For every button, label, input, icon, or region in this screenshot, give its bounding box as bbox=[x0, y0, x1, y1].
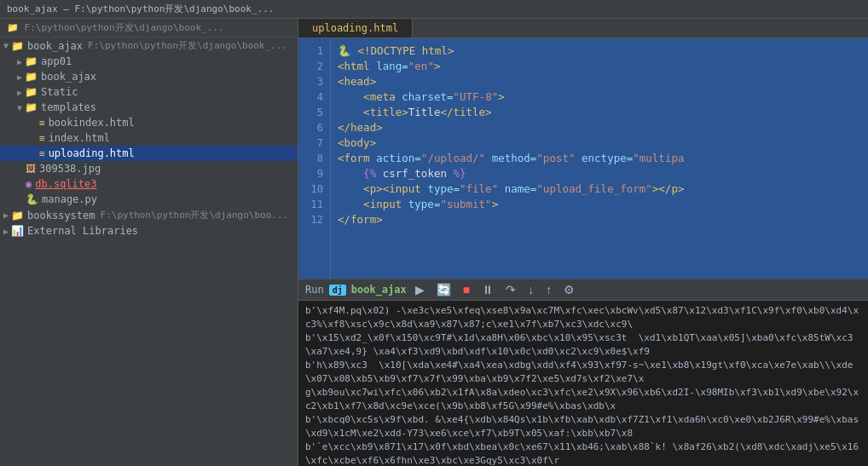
folder-icon: 📁 bbox=[25, 101, 38, 113]
reload-button[interactable]: 🔄 bbox=[433, 281, 454, 298]
tab-uploading-html[interactable]: uploading.html bbox=[298, 19, 413, 37]
sidebar-path-label: F:\python\python开发\django\book_... bbox=[88, 39, 287, 52]
sidebar-item-app01[interactable]: ▶ 📁 app01 bbox=[0, 54, 298, 69]
log-line-4: g\xb9ou\xc7wi\xfc\x06\xb2\x1fA\x8a\xdeo\… bbox=[305, 386, 861, 413]
code-line-12: </form> bbox=[338, 212, 861, 227]
sidebar-label: db.sqlite3 bbox=[35, 178, 96, 190]
sidebar-item-uploading-html[interactable]: ≡ uploading.html bbox=[0, 146, 298, 161]
line-num-1: 1 bbox=[298, 43, 330, 59]
html-file-icon: ≡ bbox=[39, 118, 45, 129]
sidebar-item-templates[interactable]: ▼ 📁 templates bbox=[0, 100, 298, 115]
run-label: Run bbox=[305, 284, 324, 296]
image-file-icon: 🖼 bbox=[26, 163, 36, 175]
line-num-8: 8 bbox=[298, 151, 330, 166]
sidebar-label: External Libraries bbox=[27, 225, 138, 237]
line-num-10: 10 bbox=[298, 181, 330, 197]
line-num-3: 3 bbox=[298, 74, 330, 89]
line-num-2: 2 bbox=[298, 59, 330, 74]
sidebar-label: Static bbox=[41, 86, 78, 98]
sidebar-label: manage.py bbox=[42, 193, 97, 205]
log-line-1: b'\xf4M.pq\x02) -\xe3c\xe5\xfeq\xse8\x9a… bbox=[305, 304, 861, 331]
line-num-5: 5 bbox=[298, 105, 330, 120]
sidebar-label: index.html bbox=[49, 132, 110, 144]
run-name: book_ajax bbox=[351, 284, 407, 296]
log-line-3: b'h\x89\xc3 \x10[\xda\xe4#\xa4\xea\xdbg\… bbox=[305, 359, 861, 386]
sidebar-label: bookssystem bbox=[27, 210, 95, 221]
sidebar-item-index-html[interactable]: ≡ index.html bbox=[0, 130, 298, 146]
line-num-4: 4 bbox=[298, 89, 330, 105]
code-line-4: <meta charset="UTF-8"> bbox=[338, 89, 861, 105]
sidebar-label: book_ajax bbox=[41, 71, 96, 83]
sidebar-item-static[interactable]: ▶ 📁 Static bbox=[0, 84, 298, 100]
pause-button[interactable]: ⏸ bbox=[478, 281, 497, 298]
play-button[interactable]: ▶ bbox=[412, 281, 428, 298]
expand-arrow-icon: ▶ bbox=[3, 227, 9, 236]
libs-icon: 📊 bbox=[11, 225, 24, 237]
sidebar-label: uploading.html bbox=[49, 147, 135, 159]
sidebar-label: 309538.jpg bbox=[39, 163, 101, 175]
code-content[interactable]: 🐍 <!DOCTYPE html> <html lang="en"> <head… bbox=[331, 38, 868, 279]
code-line-11: <input type="submit"> bbox=[338, 197, 861, 212]
sidebar-path-label2: F:\python\python开发\django\boo... bbox=[101, 209, 289, 221]
sidebar: 📁 F:\python\python开发\django\book_... ▼ 📁… bbox=[0, 19, 298, 466]
expand-arrow-icon: ▼ bbox=[3, 41, 9, 50]
expand-arrow-icon: ▶ bbox=[17, 57, 22, 66]
code-line-6: </head> bbox=[338, 120, 861, 135]
bottom-toolbar: Run dj book_ajax ▶ 🔄 ■ ⏸ ↷ ↓ ↑ ⚙ bbox=[298, 279, 868, 301]
sidebar-item-manage-py[interactable]: 🐍 manage.py bbox=[0, 192, 298, 207]
code-line-5: <title>Title</title> bbox=[338, 105, 861, 120]
stop-button[interactable]: ■ bbox=[460, 281, 473, 298]
title-bar: book_ajax – F:\python\python开发\django\bo… bbox=[0, 0, 868, 19]
folder-icon: 📁 bbox=[25, 71, 38, 83]
line-num-6: 6 bbox=[298, 120, 330, 135]
expand-arrow-icon: ▶ bbox=[17, 72, 22, 82]
html-file-icon: ≡ bbox=[39, 133, 45, 144]
editor-tabs: uploading.html bbox=[298, 19, 868, 38]
line-num-9: 9 bbox=[298, 166, 330, 181]
step-over-button[interactable]: ↷ bbox=[502, 281, 519, 298]
code-line-2: <html lang="en"> bbox=[338, 59, 861, 74]
sidebar-item-bookssystem[interactable]: ▶ 📁 bookssystem F:\python\python开发\djang… bbox=[0, 207, 298, 223]
sidebar-item-book-ajax-root[interactable]: ▼ 📁 book_ajax F:\python\python开发\django\… bbox=[0, 37, 298, 54]
line-num-12: 12 bbox=[298, 212, 330, 227]
code-line-9: {% csrf_token %} bbox=[338, 166, 861, 181]
step-out-button[interactable]: ↑ bbox=[542, 281, 555, 298]
bottom-log: b'\xf4M.pq\x02) -\xe3c\xe5\xfeq\xse8\x9a… bbox=[298, 301, 868, 466]
code-line-3: <head> bbox=[338, 74, 861, 89]
sidebar-item-309538-jpg[interactable]: 🖼 309538.jpg bbox=[0, 161, 298, 176]
sidebar-path: 📁 F:\python\python开发\django\book_... bbox=[0, 19, 298, 37]
code-line-10: <p><input type="file" name="upload_file_… bbox=[338, 181, 861, 197]
folder-icon: 📁 bbox=[25, 86, 38, 98]
code-view: 1 2 3 4 5 6 7 8 9 10 11 12 🐍 <!DOCTYPE h… bbox=[298, 38, 868, 279]
line-num-11: 11 bbox=[298, 197, 330, 212]
step-into-button[interactable]: ↓ bbox=[524, 281, 537, 298]
html-file-icon: ≡ bbox=[39, 148, 45, 159]
line-numbers: 1 2 3 4 5 6 7 8 9 10 11 12 bbox=[298, 38, 331, 279]
code-line-1: 🐍 <!DOCTYPE html> bbox=[338, 43, 861, 59]
sidebar-item-external-libraries[interactable]: ▶ 📊 External Libraries bbox=[0, 223, 298, 239]
settings-button[interactable]: ⚙ bbox=[560, 281, 578, 298]
code-line-7: <body> bbox=[338, 135, 861, 151]
expand-arrow-icon: ▶ bbox=[17, 88, 22, 97]
expand-arrow-icon: ▼ bbox=[17, 103, 22, 112]
sidebar-item-db-sqlite3[interactable]: ◉ db.sqlite3 bbox=[0, 176, 298, 192]
sidebar-label: book_ajax bbox=[27, 40, 83, 52]
editor-area: uploading.html 1 2 3 4 5 6 7 8 9 10 11 1… bbox=[298, 19, 868, 466]
line-num-7: 7 bbox=[298, 135, 330, 151]
folder-icon: 📁 bbox=[11, 40, 24, 52]
sidebar-label: bookindex.html bbox=[49, 117, 135, 129]
folder-icon: 📁 bbox=[25, 55, 38, 67]
sidebar-item-book-ajax-folder[interactable]: ▶ 📁 book_ajax bbox=[0, 69, 298, 84]
title-text: book_ajax – F:\python\python开发\django\bo… bbox=[7, 3, 274, 15]
python-file-icon: 🐍 bbox=[26, 193, 38, 205]
sidebar-item-bookindex-html[interactable]: ≡ bookindex.html bbox=[0, 115, 298, 130]
log-line-2: b'\x15\xd2_\x0f\x150\xc9T#\x1d\xa8H\x06\… bbox=[305, 331, 861, 359]
main-layout: 📁 F:\python\python开发\django\book_... ▼ 📁… bbox=[0, 19, 868, 466]
tab-label: uploading.html bbox=[312, 22, 398, 34]
folder-icon: 📁 bbox=[11, 210, 24, 221]
log-line-5: b'\xbcq0\xc5s\x9f\xbd. &\xe4{\xdb\x84Qs\… bbox=[305, 413, 861, 440]
dj-badge: dj bbox=[329, 285, 346, 296]
code-line-8: <form action="/upload/" method="post" en… bbox=[338, 151, 861, 166]
db-file-icon: ◉ bbox=[26, 178, 32, 190]
expand-arrow-icon: ▶ bbox=[3, 210, 9, 220]
